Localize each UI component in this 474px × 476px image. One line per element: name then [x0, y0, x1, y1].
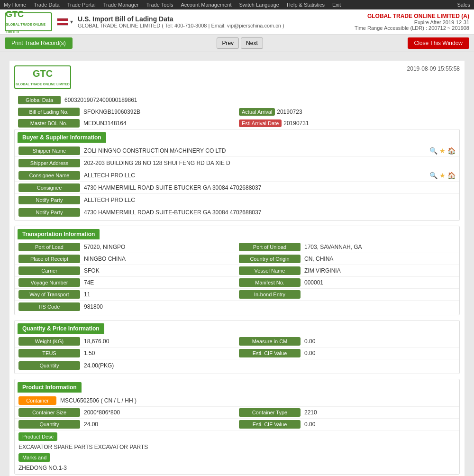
way-transport-row: Way of Transport 11 In-bond Entry — [15, 289, 459, 301]
record-logo: GTC GLOBAL TRADE ONLINE LIMITED — [14, 65, 71, 89]
quantity-body: Weight (KG) 18,676.00 Measure in CM 0.00… — [15, 334, 459, 374]
us-flag — [57, 18, 68, 26]
logo-subtitle: GLOBAL TRADE ONLINE LIMITED — [6, 23, 46, 34]
global-data-label: Global Data — [18, 96, 61, 104]
nav-exit[interactable]: Exit — [332, 2, 341, 8]
master-bol-left: Master BOL No. MEDUN3148164 — [18, 119, 235, 128]
nav-tradetools[interactable]: Trade Tools — [146, 2, 173, 8]
port-row: Port of Load 57020, NINGPO Port of Unloa… — [15, 241, 459, 253]
consignee-label: Consignee — [18, 183, 80, 192]
port-load-label: Port of Load — [18, 243, 80, 251]
product-quantity-label: Quantity — [18, 420, 80, 429]
shipper-address-value: 202-203 BUILDING 28 NO 128 SHUI FENG RD … — [84, 160, 456, 166]
shipper-star-icon[interactable]: ★ — [439, 147, 446, 155]
bol-row: Bill of Lading No. SFOKNGB19060392B Actu… — [14, 106, 460, 118]
product-esti-cif-col: Esti. CIF Value 0.00 — [239, 420, 456, 429]
notify-party-label2: Notify Party — [18, 208, 80, 217]
container-type-col: Container Type 2210 — [239, 408, 456, 417]
close-button-top[interactable]: Close This Window — [408, 37, 469, 49]
top-navigation: My Home Trade Data Trade Portal Trade Ma… — [0, 0, 474, 9]
container-type-label: Container Type — [239, 408, 301, 417]
consignee-star-icon[interactable]: ★ — [439, 172, 446, 179]
teus-label: TEUS — [18, 349, 80, 357]
consignee-search-icon[interactable]: 🔍 — [429, 172, 438, 179]
bol-label: Bill of Lading No. — [18, 108, 80, 116]
record-header: GTC GLOBAL TRADE ONLINE LIMITED 2019-08-… — [14, 65, 460, 89]
nav-myhome[interactable]: My Home — [4, 2, 26, 8]
prev-button-top[interactable]: Prev — [217, 37, 239, 49]
voyage-col: Voyage Number 74E — [18, 278, 235, 287]
manifest-value: 000001 — [304, 279, 456, 286]
port-unload-value: 1703, SAVANNAH, GA — [304, 244, 456, 250]
shipper-home-icon[interactable]: 🏠 — [447, 147, 456, 155]
actual-arrival-label: Actual Arrival — [239, 108, 275, 116]
bol-left: Bill of Lading No. SFOKNGB19060392B — [18, 108, 235, 116]
voyage-value: 74E — [84, 279, 235, 286]
transport-body: Port of Load 57020, NINGPO Port of Unloa… — [15, 239, 459, 315]
shipper-search-icon[interactable]: 🔍 — [429, 147, 438, 155]
global-data-row: Global Data 60032019072400000189861 — [14, 94, 460, 106]
container-label: Container — [18, 396, 56, 405]
voyage-row: Voyage Number 74E Manifest No. 000001 — [15, 277, 459, 289]
notify-party-row2: Notify Party 4730 HAMMERMILL ROAD SUITE-… — [15, 206, 459, 219]
expire-info: Expire After 2019-12-31 — [355, 19, 469, 25]
nav-helpstats[interactable]: Help & Statistics — [287, 2, 325, 8]
master-bol-label: Master BOL No. — [18, 119, 80, 128]
record-timestamp: 2019-08-09 15:55:58 — [407, 65, 460, 72]
way-transport-value: 11 — [84, 291, 235, 298]
quantity-label: Quantity — [18, 361, 80, 370]
hs-code-value: 981800 — [84, 303, 456, 310]
main-content: GTC GLOBAL TRADE ONLINE LIMITED 2019-08-… — [9, 61, 465, 476]
nav-accountmgmt[interactable]: Account Management — [181, 2, 232, 8]
nav-tradeportal[interactable]: Trade Portal — [67, 2, 96, 8]
quantity-section: Quantity & Price Information Weight (KG)… — [14, 320, 460, 374]
product-desc-value: EXCAVATOR SPARE PARTS EXCAVATOR PARTS — [15, 443, 459, 451]
weight-value: 18,676.00 — [84, 338, 235, 345]
notify-party-value1: ALLTECH PRO LLC — [84, 197, 456, 203]
esti-cif-label: Esti. CIF Value — [239, 349, 301, 357]
consignee-home-icon[interactable]: 🏠 — [447, 172, 456, 179]
shipper-address-label: Shipper Address — [18, 159, 80, 167]
product-section: Product Information Container MSCU650250… — [14, 379, 460, 475]
place-receipt-col: Place of Receipt NINGBO CHINA — [18, 255, 235, 263]
nav-sales: Sales — [457, 2, 470, 8]
nav-tradedata[interactable]: Trade Data — [34, 2, 60, 8]
nav-switchlang[interactable]: Switch Language — [239, 2, 279, 8]
measure-col: Measure in CM 0.00 — [239, 337, 456, 346]
transport-header: Transportation Information — [18, 229, 100, 239]
shipper-address-row: Shipper Address 202-203 BUILDING 28 NO 1… — [15, 157, 459, 169]
esti-cif-value: 0.00 — [304, 350, 456, 357]
manifest-col: Manifest No. 000001 — [239, 278, 456, 287]
port-load-col: Port of Load 57020, NINGPO — [18, 243, 235, 251]
esti-arrival-label: Esti Arrival Date — [239, 119, 282, 127]
esti-cif-col: Esti. CIF Value 0.00 — [239, 349, 456, 357]
consignee-row: Consignee 4730 HAMMERMILL ROAD SUITE-BTU… — [15, 182, 459, 194]
notify-party-label1: Notify Party — [18, 196, 80, 204]
company-name: GLOBAL TRADE ONLINE LIMITED (A) — [355, 13, 469, 19]
quantity-header: Quantity & Price Information — [18, 323, 104, 334]
inbond-col: In-bond Entry — [239, 290, 456, 299]
hs-code-row: HS Code 981800 — [15, 301, 459, 313]
product-quantity-row: Quantity 24.00 Esti. CIF Value 0.00 — [15, 419, 459, 430]
hs-code-label: HS Code — [18, 302, 80, 311]
buyer-supplier-body: Shipper Name ZOLI NINGNO CONSTRUCTION MA… — [15, 143, 459, 220]
product-body: Container MSCU6502506 ( CN / L / HH ) Co… — [15, 393, 459, 474]
container-size-label: Container Size — [18, 408, 80, 417]
weight-row: Weight (KG) 18,676.00 Measure in CM 0.00 — [15, 336, 459, 348]
consignee-name-value: ALLTECH PRO LLC — [84, 172, 426, 179]
time-range: Time Range Accessible (LDR) : 200712 ~ 2… — [355, 25, 469, 31]
container-size-row: Container Size 2000*806*800 Container Ty… — [15, 407, 459, 419]
print-button-top[interactable]: Print Trade Record(s) — [5, 37, 73, 49]
place-receipt-value: NINGBO CHINA — [84, 256, 235, 262]
flag-box: ▾ — [57, 18, 73, 26]
product-desc-section: Product Desc EXCAVATOR SPARE PARTS EXCAV… — [15, 430, 459, 451]
nav-trademanager[interactable]: Trade Manager — [103, 2, 139, 8]
next-button-top[interactable]: Next — [241, 37, 263, 49]
master-bol-row: Master BOL No. MEDUN3148164 Esti Arrival… — [14, 118, 460, 129]
port-load-value: 57020, NINGPO — [84, 244, 235, 250]
transport-section: Transportation Information Port of Load … — [14, 226, 460, 315]
teus-value: 1.50 — [84, 350, 235, 357]
product-esti-cif-label: Esti. CIF Value — [239, 420, 301, 429]
global-data-value: 60032019072400000189861 — [64, 97, 137, 103]
teus-col: TEUS 1.50 — [18, 349, 235, 357]
